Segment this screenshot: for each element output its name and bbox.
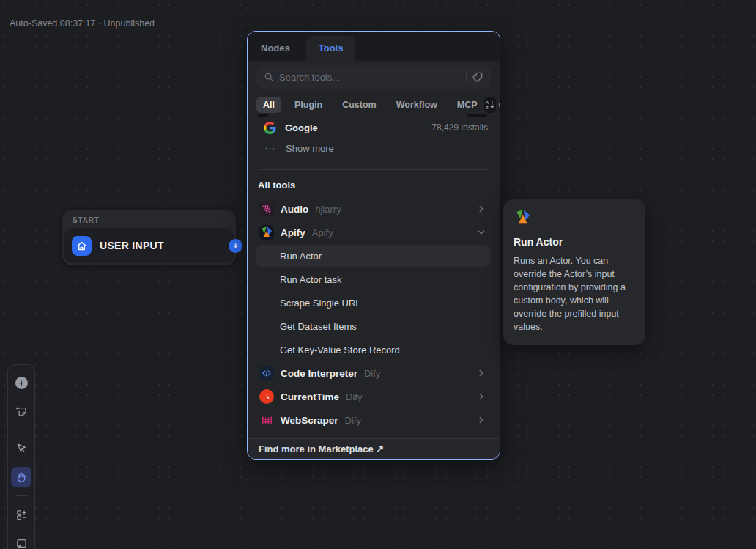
chevron-right-icon — [476, 415, 486, 425]
svg-text:Z: Z — [486, 106, 489, 110]
chevron-right-icon — [476, 391, 486, 402]
filter-custom[interactable]: Custom — [336, 97, 383, 113]
start-node-header: START — [62, 210, 236, 228]
add-next-node-button[interactable]: + — [229, 239, 242, 253]
ellipsis-icon: ··· — [264, 143, 277, 153]
toolbar-divider — [15, 430, 28, 430]
search-divider — [466, 72, 467, 82]
search-input[interactable] — [279, 72, 461, 83]
tool-row-apify[interactable]: Apify Apify — [256, 221, 491, 243]
tool-detail-tooltip: Run Actor Runs an Actor. You can overrid… — [503, 199, 645, 345]
tag-icon[interactable] — [472, 71, 483, 83]
filter-all[interactable]: All — [256, 97, 281, 113]
search-box[interactable] — [256, 65, 491, 89]
spider-web-icon — [259, 413, 274, 427]
toolbar-divider — [15, 495, 28, 496]
organize-button[interactable] — [11, 504, 32, 525]
apify-icon — [259, 225, 274, 240]
add-node-button[interactable]: + — [11, 372, 32, 393]
tool-item-run-actor[interactable]: Run Actor — [256, 245, 491, 267]
cursor-icon — [15, 443, 27, 454]
indent-guide — [273, 246, 273, 359]
canvas-toolbar: + ··· — [7, 364, 35, 549]
tooltip-title: Run Actor — [514, 236, 635, 248]
fit-view-button[interactable] — [11, 533, 32, 549]
fit-view-icon — [15, 537, 28, 549]
add-note-button[interactable] — [11, 401, 32, 421]
section-divider — [258, 169, 489, 170]
chevron-down-icon — [476, 227, 486, 237]
tab-tools[interactable]: Tools — [306, 36, 356, 61]
scrolled-row-sliver — [256, 114, 491, 117]
tab-nodes[interactable]: Nodes — [261, 36, 290, 61]
install-count: 78,429 installs — [431, 122, 488, 133]
apify-icon — [514, 207, 635, 226]
panel-tabs: Nodes Tools — [248, 32, 500, 61]
search-icon — [264, 72, 274, 82]
sort-button[interactable]: AZ — [484, 97, 496, 113]
all-tools-heading: All tools — [256, 180, 491, 191]
marketplace-footer-link[interactable]: Find more in Marketplace ↗ — [248, 438, 500, 459]
chevron-right-icon — [476, 368, 486, 378]
google-logo-icon — [264, 122, 276, 134]
tooltip-description: Runs an Actor. You can override the Acto… — [514, 254, 635, 334]
code-icon — [259, 366, 274, 380]
sort-az-icon: AZ — [484, 99, 496, 111]
panel-body: All Plugin Custom Workflow MCP AZ Google… — [248, 61, 500, 438]
filter-plugin[interactable]: Plugin — [288, 97, 329, 113]
tool-item-scrape-single-url[interactable]: Scrape Single URL — [256, 292, 491, 314]
tool-row-code-interpreter[interactable]: Code Interpreter Dify — [256, 362, 491, 384]
node-title: USER INPUT — [100, 240, 164, 251]
tool-item-get-dataset-items[interactable]: Get Dataset Items — [256, 315, 491, 337]
tool-item-get-key-value-store-record[interactable]: Get Key-Value Store Record — [256, 339, 491, 361]
tree-icon — [498, 99, 500, 111]
filter-row: All Plugin Custom Workflow MCP AZ — [256, 96, 491, 114]
tool-row-currenttime[interactable]: CurrentTime Dify — [256, 386, 491, 408]
clock-icon — [259, 389, 274, 404]
tool-item-run-actor-task[interactable]: Run Actor task — [256, 268, 491, 290]
filter-mcp[interactable]: MCP — [451, 97, 484, 113]
organize-icon — [15, 509, 28, 521]
apify-children: Run Actor Run Actor task Scrape Single U… — [256, 245, 491, 361]
start-node[interactable]: START USER INPUT + — [62, 210, 236, 265]
user-input-node[interactable]: USER INPUT — [64, 228, 234, 263]
pointer-mode-button[interactable] — [11, 438, 32, 459]
note-add-icon — [15, 405, 28, 418]
chevron-right-icon — [476, 204, 486, 214]
autosave-status: Auto-Saved 08:37:17 · Unpublished — [10, 18, 155, 29]
filter-workflow[interactable]: Workflow — [390, 97, 444, 113]
tool-row-webscraper[interactable]: WebScraper Dify — [256, 409, 491, 431]
plus-circle-icon: + — [15, 377, 28, 389]
block-selector-panel: Nodes Tools All Plugin Custom Workflow M… — [247, 31, 500, 460]
audio-icon — [259, 202, 274, 216]
plugin-name: Google — [285, 122, 318, 133]
marketplace-plugin-row[interactable]: Google 78,429 installs — [256, 117, 491, 138]
tool-row-audio[interactable]: Audio hjlarry — [256, 198, 491, 220]
home-icon — [72, 236, 92, 256]
hand-icon — [15, 471, 27, 483]
svg-text:A: A — [486, 100, 489, 105]
hand-mode-button[interactable] — [11, 467, 32, 487]
show-more-button[interactable]: ··· Show more — [256, 138, 491, 158]
tree-view-button[interactable] — [498, 97, 500, 113]
